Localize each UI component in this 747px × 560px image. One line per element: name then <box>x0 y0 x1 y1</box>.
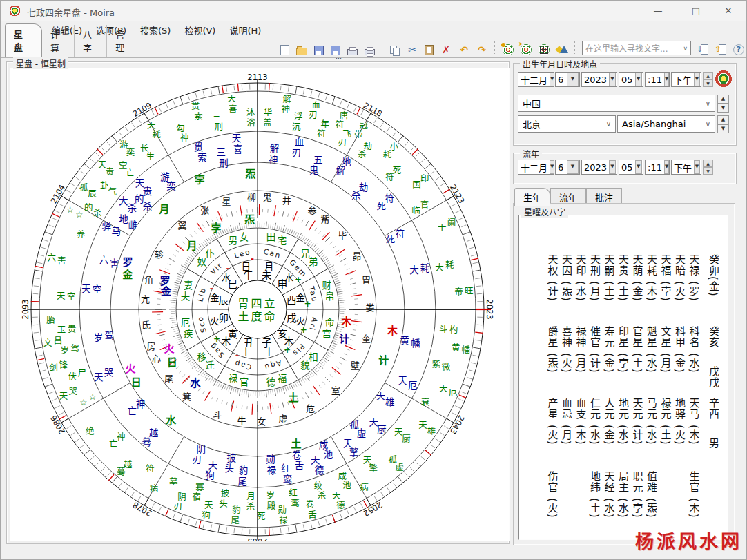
open-file-icon[interactable] <box>296 48 307 55</box>
undo-icon[interactable]: ↶ <box>458 44 469 55</box>
main-tab-3[interactable]: 管理 <box>107 25 139 57</box>
export-icon[interactable] <box>715 44 726 55</box>
city-select[interactable]: 北京∨ <box>518 115 616 133</box>
chart-grid-icon[interactable] <box>539 44 550 55</box>
svg-text:德: 德 <box>315 465 324 476</box>
svg-text:2023: 2023 <box>485 299 494 319</box>
main-tab-0[interactable]: 星盘 <box>5 23 42 57</box>
country-select[interactable]: 中国∨ <box>518 95 715 112</box>
spin-up-icon[interactable]: ▲ <box>703 72 713 79</box>
menu-item-3[interactable]: 搜索(S) <box>133 21 177 39</box>
chart-shapes-icon[interactable] <box>556 44 567 55</box>
menu-item-4[interactable]: 检视(V) <box>177 21 222 39</box>
svg-text:胃四立: 胃四立 <box>237 297 277 310</box>
country-scroll[interactable]: ▲▼ <box>717 95 729 113</box>
svg-text:卷: 卷 <box>305 499 314 510</box>
dropdown-arrow-icon[interactable]: ▼ <box>664 73 669 86</box>
toolbar-separator <box>382 41 383 55</box>
print-icon[interactable] <box>347 49 358 55</box>
svg-text:锋: 锋 <box>59 360 68 370</box>
chart-target-icon[interactable] <box>503 44 514 55</box>
star-column: 天元(计) <box>630 398 644 445</box>
annual-year-select[interactable]: 2023▼ <box>581 160 617 175</box>
svg-text:殿: 殿 <box>267 501 276 511</box>
delete-icon[interactable]: ✗ <box>440 44 452 55</box>
spin-down-icon[interactable]: ▼ <box>703 167 713 175</box>
svg-text:危: 危 <box>306 403 315 414</box>
birth-spinner[interactable]: ▲▼ <box>703 72 713 87</box>
dropdown-arrow-icon[interactable]: ▼ <box>694 73 700 86</box>
print-preview-icon[interactable] <box>365 49 375 55</box>
birth-day-select[interactable]: 6▼ <box>555 72 580 87</box>
scroll-down-icon[interactable]: ▼ <box>717 104 729 113</box>
dropdown-arrow-icon[interactable]: ▼ <box>635 160 642 174</box>
new-file-icon[interactable] <box>280 45 289 55</box>
star-column: 地驿(火) <box>672 398 687 445</box>
annual-day-select[interactable]: 6▼ <box>555 160 580 175</box>
dropdown-arrow-icon[interactable]: ▼ <box>609 73 616 86</box>
minimize-button[interactable]: — <box>644 1 672 21</box>
dropdown-arrow-icon[interactable]: ▼ <box>609 160 616 174</box>
annual-minute-select[interactable]: :11▼ <box>645 160 670 175</box>
main-tab-2[interactable]: 八字 <box>75 25 107 57</box>
dropdown-arrow-icon[interactable]: ▼ <box>567 160 579 174</box>
svg-text:刑: 刑 <box>219 157 229 168</box>
annual-ampm-select[interactable]: 下午▼ <box>671 160 701 175</box>
svg-text:三: 三 <box>212 111 221 122</box>
dropdown-arrow-icon[interactable]: ▼ <box>567 73 579 86</box>
spin-up-icon[interactable]: ▲ <box>703 160 713 167</box>
maximize-button[interactable]: □ <box>682 1 710 21</box>
birth-month-select[interactable]: 十二月▼ <box>518 72 554 87</box>
svg-text:神: 神 <box>136 398 146 409</box>
redo-icon[interactable]: ↷ <box>476 44 487 55</box>
help-icon[interactable]: ? <box>733 44 744 55</box>
chart-refresh-button[interactable] <box>715 70 733 88</box>
spin-down-icon[interactable]: ▼ <box>703 79 713 87</box>
copy-icon[interactable] <box>390 46 400 55</box>
timezone-select[interactable]: Asia/Shanghai∨ <box>617 115 715 133</box>
star-column: 天权(计) <box>545 254 559 302</box>
scroll-down-icon[interactable]: ▼ <box>717 124 729 133</box>
svg-text:月: 月 <box>264 261 274 272</box>
star-column: 魁星(水) <box>644 326 659 374</box>
close-button[interactable]: ✕ <box>715 1 742 21</box>
svg-text:卷: 卷 <box>292 450 302 461</box>
svg-text:勋: 勋 <box>278 505 287 515</box>
save-icon[interactable] <box>314 46 324 55</box>
dropdown-arrow-icon[interactable]: ▼ <box>694 160 700 174</box>
dropdown-arrow-icon[interactable]: ▼ <box>550 73 554 86</box>
scroll-up-icon[interactable]: ▲ <box>717 115 729 124</box>
birth-hour-select[interactable]: 05▼ <box>619 72 643 87</box>
dropdown-arrow-icon[interactable]: ▼ <box>550 160 554 174</box>
annual-spinner[interactable]: ▲▼ <box>703 160 713 175</box>
paste-icon[interactable] <box>425 45 434 55</box>
svg-text:幡: 幡 <box>411 338 420 349</box>
svg-text:官: 官 <box>240 376 249 387</box>
svg-text:计: 计 <box>339 333 349 345</box>
menu-item-5[interactable]: 说明(H) <box>222 21 268 39</box>
search-input[interactable]: 在这里输入寻找文字...∨ <box>582 41 691 55</box>
chevron-down-icon: ∨ <box>706 99 710 107</box>
star-column: 科甲(金) <box>672 326 687 374</box>
info-tab-0[interactable]: 生年 <box>514 188 550 206</box>
city-scroll[interactable]: ▲▼ <box>717 115 729 133</box>
chart-recalc-icon[interactable] <box>521 44 532 55</box>
star-column: 地元(水) <box>616 398 630 445</box>
dropdown-arrow-icon[interactable]: ▼ <box>635 73 642 86</box>
svg-text:驾: 驾 <box>70 343 79 354</box>
import-icon[interactable] <box>697 44 708 55</box>
svg-text:头: 头 <box>225 463 235 474</box>
main-tab-1[interactable]: 计算 <box>42 25 75 57</box>
save-as-icon[interactable] <box>331 46 340 55</box>
birth-ampm-select[interactable]: 下午▼ <box>671 72 701 87</box>
cut-icon[interactable]: ✂ <box>407 44 418 55</box>
annual-month-select[interactable]: 十二月▼ <box>518 160 554 175</box>
birth-minute-select[interactable]: :11▼ <box>645 72 670 87</box>
svg-text:土度命: 土度命 <box>237 310 277 323</box>
annual-hour-select[interactable]: 05▼ <box>619 160 643 175</box>
svg-text:相: 相 <box>309 351 318 363</box>
dropdown-arrow-icon[interactable]: ▼ <box>664 160 669 174</box>
scroll-up-icon[interactable]: ▲ <box>717 95 729 104</box>
svg-text:天: 天 <box>227 93 236 104</box>
birth-year-select[interactable]: 2023▼ <box>581 72 617 87</box>
